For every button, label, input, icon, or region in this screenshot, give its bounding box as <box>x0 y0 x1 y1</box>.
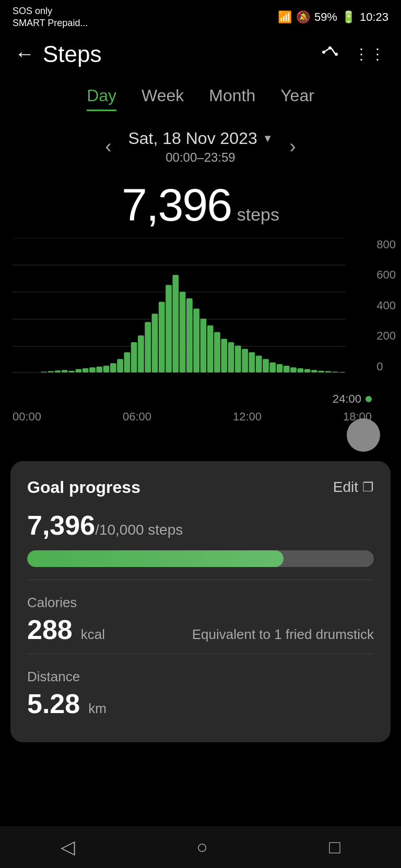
svg-rect-19 <box>96 366 102 372</box>
distance-stat: Distance 5.28 km <box>27 658 374 724</box>
svg-rect-20 <box>103 366 110 372</box>
date-text: Sat, 18 Nov 2023 <box>128 129 257 148</box>
svg-rect-17 <box>82 368 89 372</box>
edit-icon: ❐ <box>362 480 374 495</box>
svg-rect-46 <box>284 366 290 372</box>
edit-label: Edit <box>333 479 358 496</box>
svg-rect-49 <box>304 369 311 372</box>
top-nav-left: ← Steps <box>15 41 102 67</box>
goal-card: Goal progress Edit ❐ 7,396/10,000 steps … <box>10 461 391 742</box>
back-button[interactable]: ← <box>15 43 34 65</box>
svg-rect-15 <box>68 371 75 372</box>
svg-rect-36 <box>214 332 220 372</box>
distance-value: 5.28 <box>27 688 80 719</box>
svg-rect-35 <box>207 325 214 372</box>
bottom-nav: ◁ ○ □ <box>0 826 401 868</box>
edit-button[interactable]: Edit ❐ <box>333 479 374 496</box>
calories-unit: kcal <box>81 626 105 643</box>
goal-steps-total: /10,000 steps <box>95 522 183 538</box>
svg-rect-34 <box>200 319 207 372</box>
home-nav-button[interactable]: ○ <box>196 836 208 858</box>
tab-day[interactable]: Day <box>87 86 116 111</box>
svg-rect-22 <box>117 359 123 372</box>
svg-rect-21 <box>110 363 116 372</box>
svg-rect-32 <box>186 298 193 372</box>
svg-rect-48 <box>297 368 303 372</box>
svg-rect-42 <box>256 356 262 372</box>
divider-1 <box>27 580 374 580</box>
svg-rect-27 <box>152 314 158 372</box>
carrier-name: SMART Prepaid... <box>13 17 88 29</box>
svg-rect-52 <box>325 371 332 372</box>
more-options-icon[interactable]: ⋮⋮ <box>354 45 386 63</box>
svg-rect-40 <box>242 349 248 372</box>
chart-bars <box>13 238 372 373</box>
svg-rect-39 <box>235 345 241 372</box>
battery-icon: 🔋 <box>341 10 356 24</box>
recents-nav-button[interactable]: □ <box>329 836 340 858</box>
top-nav: ← Steps ⋮⋮ <box>0 33 401 76</box>
signal-icon: 📶 <box>278 10 292 24</box>
svg-rect-24 <box>131 342 137 372</box>
divider-2 <box>27 654 374 654</box>
date-center: Sat, 18 Nov 2023 ▼ 00:00–23:59 <box>128 129 273 165</box>
date-label[interactable]: Sat, 18 Nov 2023 ▼ <box>128 129 273 148</box>
svg-rect-13 <box>55 370 61 372</box>
top-nav-right: ⋮⋮ <box>321 43 386 66</box>
svg-rect-26 <box>145 322 151 372</box>
calories-equivalent: Equivalent to 1 fried drumstick <box>192 626 374 643</box>
carrier-info: SOS only SMART Prepaid... <box>13 5 88 30</box>
distance-unit: km <box>88 701 107 717</box>
goal-steps-display: 7,396/10,000 steps <box>27 510 374 541</box>
svg-rect-28 <box>159 302 165 372</box>
tab-week[interactable]: Week <box>141 86 184 111</box>
svg-rect-14 <box>62 370 68 372</box>
svg-line-3 <box>325 49 328 51</box>
svg-rect-54 <box>339 372 345 372</box>
svg-rect-29 <box>166 285 172 372</box>
tab-month[interactable]: Month <box>209 86 255 111</box>
goal-title: Goal progress <box>27 478 140 497</box>
svg-rect-33 <box>193 308 199 372</box>
date-dropdown-icon: ▼ <box>263 132 273 144</box>
calories-value: 288 <box>27 614 73 645</box>
svg-rect-53 <box>332 371 338 372</box>
next-date-button[interactable]: › <box>290 136 296 158</box>
steps-chart[interactable]: 800 600 400 200 0 <box>0 238 401 394</box>
svg-rect-11 <box>41 371 47 372</box>
date-nav: ‹ Sat, 18 Nov 2023 ▼ 00:00–23:59 › <box>0 116 401 169</box>
time-range: 00:00–23:59 <box>128 150 273 165</box>
svg-rect-37 <box>221 339 227 372</box>
svg-rect-16 <box>76 369 82 372</box>
scrubber-area <box>0 418 401 452</box>
svg-rect-25 <box>138 335 144 372</box>
svg-rect-38 <box>228 342 234 372</box>
distance-label: Distance <box>27 669 374 685</box>
steps-unit: steps <box>237 204 279 224</box>
time-label-6: 06:00 <box>123 410 151 424</box>
scrubber-handle[interactable] <box>347 418 380 452</box>
distance-row: 5.28 km <box>27 688 374 719</box>
time-label-12: 12:00 <box>233 410 262 424</box>
svg-rect-51 <box>318 371 324 372</box>
calories-stat: Calories 288 kcal Equivalent to 1 fried … <box>27 584 374 649</box>
chart-y-labels: 800 600 400 200 0 <box>376 238 396 373</box>
svg-rect-30 <box>172 275 179 372</box>
calories-row: 288 kcal Equivalent to 1 fried drumstick <box>27 614 374 645</box>
svg-rect-23 <box>124 352 130 372</box>
clock: 10:23 <box>360 10 388 24</box>
goal-steps-current: 7,396 <box>27 510 95 540</box>
battery-level: 59% <box>314 10 337 24</box>
svg-rect-45 <box>277 364 283 372</box>
svg-rect-50 <box>311 370 317 372</box>
progress-bar-bg <box>27 550 374 567</box>
prev-date-button[interactable]: ‹ <box>105 136 111 158</box>
tab-year[interactable]: Year <box>280 86 314 111</box>
svg-rect-18 <box>89 367 96 372</box>
steps-number: 7,396 <box>122 179 231 231</box>
svg-rect-47 <box>290 367 297 372</box>
steps-count-area: 7,396 steps <box>0 169 401 238</box>
back-nav-button[interactable]: ◁ <box>61 836 75 858</box>
progress-bar-fill <box>27 550 284 567</box>
chart-type-icon[interactable] <box>321 43 339 66</box>
